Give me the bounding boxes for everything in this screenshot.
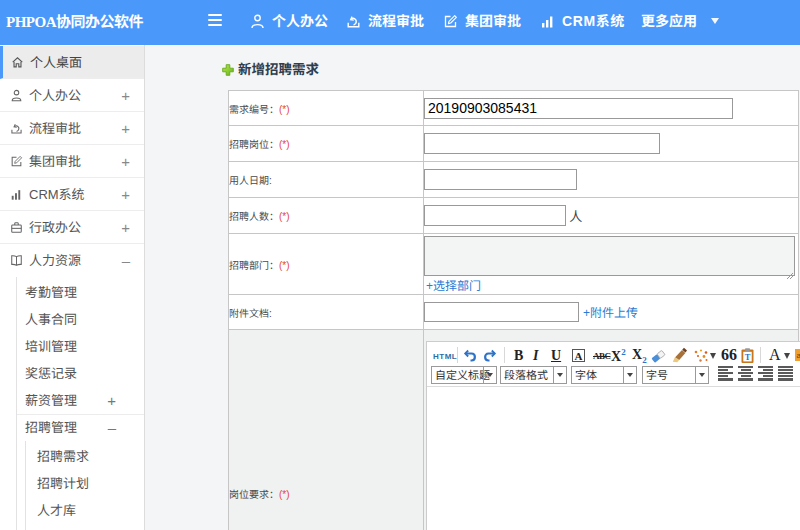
svg-text:T: T xyxy=(745,352,751,362)
svg-text:ab: ab xyxy=(797,351,800,360)
